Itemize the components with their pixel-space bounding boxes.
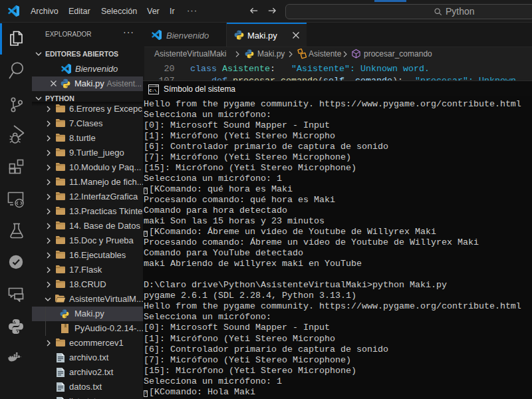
svg-text:C:\_: C:\_ [150,88,159,92]
